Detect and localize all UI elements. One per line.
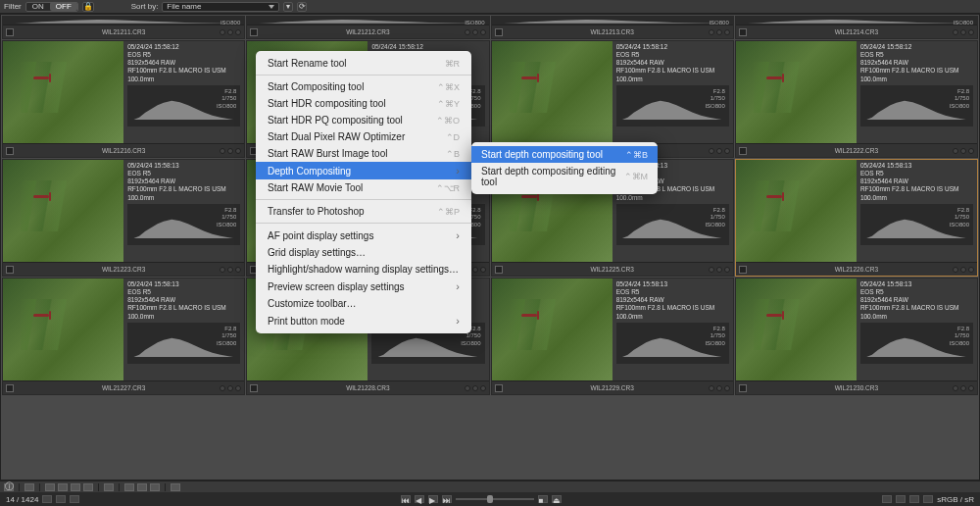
menu-item[interactable]: Start HDR PQ compositing tool⌃⌘O [256,112,471,128]
thumb-checkbox[interactable] [6,147,14,155]
nav-next-icon[interactable]: ⏭ [442,495,452,503]
menu-item[interactable]: Start Dual Pixel RAW Optimizer⌃D [256,128,471,145]
thumbnail-cell[interactable]: 05/24/24 15:58:12 EOS R5 8192x5464 RAW R… [735,40,978,158]
thumb-checkbox[interactable] [495,266,503,274]
status-c-icon[interactable] [909,495,919,503]
thumb-checkbox[interactable] [739,266,747,274]
thumb-checkbox[interactable] [250,28,258,36]
thumb-checkbox[interactable] [6,28,14,36]
view-fullscreen-icon[interactable] [104,483,114,491]
status-d-icon[interactable] [923,495,933,503]
thumb-rating[interactable] [709,148,730,154]
thumb-checkbox[interactable] [495,28,503,36]
thumb-rating[interactable] [709,29,730,35]
thumb-rating[interactable] [220,385,241,391]
menu-item-label: Depth Compositing [268,166,351,177]
menu-item-label: Start RAW Movie Tool [268,182,363,193]
thumb-info: 05/24/24 15:58:13 EOS R5 8192x5464 RAW R… [857,278,977,380]
menu-item[interactable]: Preview screen display settings [256,278,471,295]
thumbnail-cell[interactable]: 05/24/24 15:58:13 EOS R5 8192x5464 RAW R… [2,159,245,277]
menu-item[interactable]: Highlight/shadow warning display setting… [256,261,471,278]
thumbnail-cell[interactable]: 05/24/24 15:58:12 EOS R5 8192x5464 RAW R… [491,40,734,158]
thumb-rating[interactable] [953,29,974,35]
thumbnail-cell[interactable]: 05/24/24 15:58:13 EOS R5 8192x5464 RAW R… [735,159,978,277]
thumb-rating[interactable] [953,148,974,154]
thumbnail-cell[interactable]: 05/24/24 15:58:13 EOS R5 8192x5464 RAW R… [735,278,978,395]
view-detail-icon[interactable] [150,483,160,491]
thumb-image [3,41,123,143]
thumb-info-camera: EOS R5 [127,288,240,296]
thumbnail-cell[interactable]: 05/24/24 15:58:13 EOS R5 8192x5464 RAW R… [491,278,734,395]
view-list-icon[interactable] [124,483,134,491]
submenu-item-shortcut: ⌃⌘B [625,150,648,160]
sort-dir-toggle[interactable]: ▾ [283,2,293,12]
thumb1-icon[interactable] [42,495,52,503]
sort-dropdown[interactable]: File name [162,2,279,12]
sort-refresh[interactable]: ⟳ [297,2,307,12]
filter-off[interactable]: OFF [50,2,77,11]
nav-stop-icon[interactable]: ■ [538,495,548,503]
thumb-checkbox[interactable] [739,28,747,36]
thumb-rating[interactable] [953,267,974,273]
depth-submenu[interactable]: Start depth compositing tool⌃⌘BStart dep… [471,142,658,194]
thumbnail-compact[interactable]: ISO800 WIL21211.CR3 [2,16,245,39]
menu-item[interactable]: AF point display settings [256,227,471,244]
view-thumb-icon[interactable] [137,483,147,491]
thumb-rating[interactable] [220,267,241,273]
thumb-rating[interactable] [953,385,974,391]
nav-prev-icon[interactable]: ◀ [415,495,424,503]
thumb-rating[interactable] [465,29,486,35]
thumbnail-cell[interactable]: 05/24/24 15:58:12 EOS R5 8192x5464 RAW R… [2,40,245,158]
thumb-checkbox[interactable] [495,384,503,392]
status-b-icon[interactable] [896,495,906,503]
thumb-rating[interactable] [709,385,730,391]
view-grid2-icon[interactable] [58,483,68,491]
menu-item[interactable]: Grid display settings… [256,244,471,261]
filter-segment[interactable]: ON OFF [25,2,78,12]
filter-on[interactable]: ON [26,2,50,11]
menu-item[interactable]: Print button mode [256,312,471,329]
thumbnail-compact[interactable]: ISO800 WIL21214.CR3 [735,16,978,39]
view-grid4-icon[interactable] [83,483,93,491]
info-icon[interactable]: ⓘ [4,483,14,491]
thumb-checkbox[interactable] [739,384,747,392]
view-alt-icon[interactable] [171,483,180,491]
menu-item[interactable]: Depth Compositing [256,162,471,179]
menu-item[interactable]: Start HDR compositing tool⌃⌘Y [256,95,471,112]
view-grid3-icon[interactable] [71,483,80,491]
nav-play-icon[interactable]: ▶ [428,495,438,503]
nav-first-icon[interactable]: ⏮ [401,495,411,503]
lock-icon[interactable]: 🔒 [82,2,94,12]
thumb-filename-bar: WIL21227.CR3 [3,380,244,394]
thumb-rating[interactable] [709,267,730,273]
view-split-icon[interactable] [45,483,55,491]
thumb-checkbox[interactable] [6,266,14,274]
menu-item[interactable]: Start RAW Burst Image tool⌃B [256,145,471,162]
thumbnail-cell[interactable]: 05/24/24 15:58:13 EOS R5 8192x5464 RAW R… [2,278,245,395]
menu-item[interactable]: Start Compositing tool⌃⌘X [256,78,471,95]
menu-item[interactable]: Transfer to Photoshop⌃⌘P [256,203,471,220]
thumb2-icon[interactable] [56,495,66,503]
nav-eject-icon[interactable]: ⏏ [552,495,562,503]
submenu-item[interactable]: Start depth compositing tool⌃⌘B [471,146,658,163]
thumb-rating[interactable] [220,29,241,35]
context-menu[interactable]: Start Rename tool⌘RStart Compositing too… [256,51,471,333]
menu-item[interactable]: Start Rename tool⌘R [256,55,471,72]
menu-item[interactable]: Customize toolbar… [256,295,471,312]
submenu-item[interactable]: Start depth compositing editing tool⌃⌘M [471,163,658,190]
thumb-info-camera: EOS R5 [860,170,973,177]
thumb-checkbox[interactable] [739,147,747,155]
thumb-rating[interactable] [465,385,486,391]
thumb-rating[interactable] [220,148,241,154]
status-a-icon[interactable] [882,495,892,503]
thumb3-icon[interactable] [70,495,79,503]
thumbnail-compact[interactable]: ISO800 WIL21213.CR3 [491,16,734,39]
thumbnail-compact[interactable]: ISO800 WIL21212.CR3 [246,16,489,39]
view-single-icon[interactable] [24,483,34,491]
menu-item-label: Start Compositing tool [268,81,364,92]
thumb-checkbox[interactable] [250,384,258,392]
menu-item[interactable]: Start RAW Movie Tool⌃⌥R [256,179,471,196]
zoom-slider[interactable] [456,498,534,500]
thumb-filename-bar: WIL21225.CR3 [492,262,733,276]
thumb-checkbox[interactable] [6,384,14,392]
